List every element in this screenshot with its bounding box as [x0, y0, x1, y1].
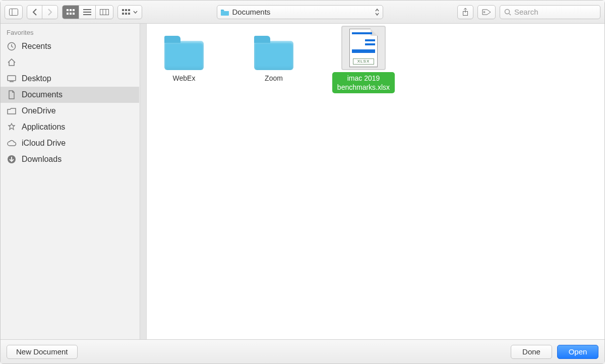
- applications-icon: [7, 123, 17, 132]
- location-popup[interactable]: Documents: [217, 5, 383, 19]
- forward-button[interactable]: [42, 6, 57, 19]
- svg-rect-4: [73, 9, 75, 11]
- done-label: Done: [522, 347, 540, 356]
- done-button[interactable]: Done: [511, 345, 552, 359]
- icon-view-button[interactable]: [63, 6, 79, 19]
- sidebar-item-label: iCloud Drive: [22, 139, 66, 148]
- folder-tile[interactable]: Zoom: [244, 29, 304, 92]
- open-button[interactable]: Open: [557, 345, 598, 359]
- sidebar-icon: [9, 9, 18, 16]
- columns-icon: [100, 9, 109, 15]
- file-extension-badge: XLSX: [353, 58, 374, 65]
- share-button[interactable]: [457, 5, 473, 19]
- document-icon: [7, 90, 17, 99]
- svg-rect-14: [122, 9, 124, 11]
- svg-rect-26: [8, 76, 16, 81]
- nav-back-forward: [27, 5, 58, 19]
- folder-icon: [254, 41, 293, 70]
- svg-point-23: [505, 9, 510, 14]
- column-view-button[interactable]: [96, 6, 113, 19]
- svg-rect-19: [128, 13, 130, 15]
- location-label: Documents: [232, 8, 271, 16]
- sidebar-item-documents[interactable]: Documents: [1, 87, 139, 103]
- svg-rect-0: [10, 9, 18, 15]
- sidebar-item-label: Applications: [22, 123, 65, 132]
- list-icon: [83, 9, 91, 15]
- toggle-sidebar-button[interactable]: [5, 5, 23, 19]
- scrollbar-thumb[interactable]: [141, 25, 146, 199]
- sidebar-item-label: OneDrive: [22, 106, 56, 115]
- download-icon: [7, 155, 17, 164]
- svg-line-24: [509, 14, 511, 15]
- sidebar-item-label: Downloads: [22, 155, 62, 164]
- gallery-icon: [122, 9, 131, 15]
- chevron-left-icon: [32, 9, 37, 16]
- open-file-dialog: Documents S: [0, 0, 605, 364]
- sidebar-item-label: Desktop: [22, 74, 51, 83]
- file-grid[interactable]: WebEx Zoom XLSX imac 2019 benchmarks.xls…: [147, 24, 604, 339]
- svg-rect-7: [73, 13, 75, 15]
- share-icon: [462, 8, 469, 16]
- sidebar-item-downloads[interactable]: Downloads: [1, 151, 139, 167]
- folder-icon: [164, 41, 204, 70]
- svg-rect-3: [70, 9, 72, 11]
- search-field[interactable]: Search: [500, 5, 600, 19]
- chevron-down-icon: [133, 11, 138, 14]
- group-by-button[interactable]: [117, 5, 142, 19]
- svg-rect-17: [122, 13, 124, 15]
- sidebar-section-title: Favorites: [1, 24, 146, 38]
- folder-icon: [220, 9, 229, 16]
- sidebar-item-label: Recents: [22, 42, 51, 51]
- tag-icon: [482, 9, 491, 16]
- view-mode-segment: [62, 5, 113, 19]
- body: Favorites Recents Desktop: [1, 24, 604, 339]
- clock-icon: [7, 42, 17, 51]
- sidebar-item-home[interactable]: [1, 54, 139, 71]
- sidebar: Favorites Recents Desktop: [1, 24, 147, 339]
- file-tile[interactable]: XLSX imac 2019 benchmarks.xlsx: [333, 29, 394, 92]
- svg-rect-6: [70, 13, 72, 15]
- svg-rect-11: [100, 9, 109, 15]
- svg-rect-18: [125, 13, 127, 15]
- chevron-right-icon: [47, 9, 52, 16]
- folder-tile[interactable]: WebEx: [154, 29, 214, 92]
- sidebar-item-applications[interactable]: Applications: [1, 119, 139, 135]
- file-label: Zoom: [263, 73, 285, 83]
- open-label: Open: [569, 347, 587, 356]
- new-document-label: New Document: [16, 347, 68, 356]
- list-view-button[interactable]: [79, 6, 96, 19]
- back-button[interactable]: [27, 6, 42, 19]
- xlsx-icon: XLSX: [341, 26, 386, 70]
- sidebar-item-label: Documents: [22, 90, 63, 99]
- svg-rect-15: [125, 9, 127, 11]
- sidebar-item-onedrive[interactable]: OneDrive: [1, 103, 139, 119]
- new-document-button[interactable]: New Document: [7, 345, 78, 359]
- desktop-icon: [7, 75, 17, 82]
- sidebar-item-icloud[interactable]: iCloud Drive: [1, 135, 139, 151]
- grid-icon: [67, 9, 75, 15]
- sidebar-item-recents[interactable]: Recents: [1, 38, 139, 54]
- file-label: WebEx: [171, 73, 198, 83]
- search-placeholder: Search: [514, 8, 538, 16]
- svg-rect-16: [128, 9, 130, 11]
- up-down-chevrons-icon: [375, 8, 380, 16]
- svg-rect-2: [67, 9, 69, 11]
- svg-rect-5: [67, 13, 69, 15]
- footer: New Document Done Open: [1, 339, 604, 363]
- tags-button[interactable]: [477, 5, 496, 19]
- svg-point-22: [483, 11, 485, 13]
- house-icon: [7, 58, 17, 67]
- file-label: imac 2019 benchmarks.xlsx: [333, 73, 394, 92]
- toolbar: Documents S: [1, 1, 604, 24]
- sidebar-item-desktop[interactable]: Desktop: [1, 71, 139, 87]
- cloud-icon: [7, 140, 17, 147]
- search-icon: [504, 9, 511, 16]
- folder-icon: [7, 107, 17, 114]
